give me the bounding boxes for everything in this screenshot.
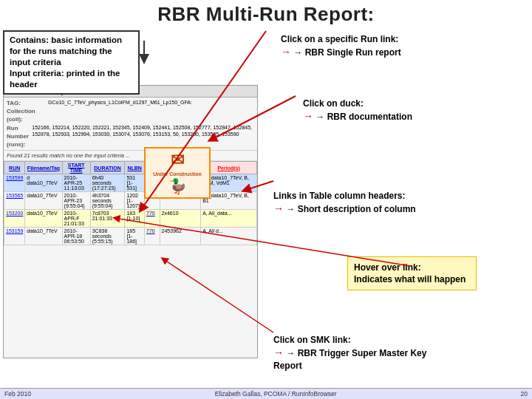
events-cell: 2453962 (160, 228, 201, 245)
coma-table: RUN Filename/Tag START TIME DURATION NLB… (4, 161, 257, 245)
callout-run-arrow-text: → RBR Single Run report (293, 47, 400, 58)
start-cell: 2010-APR-1806:53:50 (62, 228, 90, 245)
callout-duck: Click on duck: → → RBR documentation (303, 98, 451, 123)
tag-cell: data10_7TeV (25, 192, 62, 210)
callout-run: Click on a specific Run link: → → RBR Si… (281, 33, 429, 59)
callout-duck-text: Click on duck: (303, 98, 364, 109)
callout-run-text: Click on a specific Run link: (281, 34, 398, 44)
collection-label: Collection (coll): (7, 107, 45, 123)
tag-cell: data10_7TeV (25, 210, 62, 228)
start-cell: 2010-APR-2511:13:03 (62, 174, 90, 192)
table-row: 153159 data10_7TeV 2010-APR-1806:53:50 3… (4, 228, 257, 245)
start-cell: 2010-APR-23(9:55:04) (62, 192, 90, 210)
nlbn-cell: 1202[1-1207] (125, 192, 145, 210)
arrow-run: → (281, 46, 291, 58)
main-content: Contains: basic information for the runs… (0, 27, 532, 389)
col-run[interactable]: RUN (4, 162, 25, 174)
events-cell: 2x4610 (160, 210, 201, 228)
dur-cell: 4h3704 seconds(9:55:04) (90, 192, 125, 210)
run-value: 152166, 152214, 152220, 152221, 152345, … (32, 124, 254, 149)
callout-links-text: Links in Table column headers: (273, 191, 405, 201)
period-cell: A, All d... (201, 228, 257, 245)
period-cell: A, All_data... (201, 210, 257, 228)
run-link-153200[interactable]: 153200 (6, 211, 23, 216)
run-link-153599[interactable]: 153599 (6, 175, 23, 180)
col-nlbn[interactable]: NLBN (125, 162, 145, 174)
callout-hover-text2: Indicates what will happen (354, 274, 466, 284)
arrow-smk: → (273, 347, 284, 358)
callout-links-arrow-text: → Short description of column (286, 204, 415, 214)
footer: Feb 2010 Elizabeth Gallas, PCOMA / RunIn… (0, 388, 532, 399)
callout-smk-text: Click on SMK link: (273, 335, 351, 345)
under-construction-label: Under Construction (153, 171, 202, 177)
result-line: Found 21 results match no one the input … (4, 151, 257, 161)
callout-smk: Click on SMK link: → → RBR Trigger Super… (273, 334, 451, 372)
col-duration[interactable]: DURATION (90, 162, 125, 174)
tag-value: GCo10_C_7TeV_physics_L1CoIFM_d1297_M61_L… (48, 99, 192, 107)
coma-report: COMA Runs Report TAG: GCo10_C_7TeV_physi… (3, 85, 258, 358)
tag-cell: d data10_7TeV (25, 174, 62, 192)
callout-duck-arrow-text: → RBR documentation (316, 112, 412, 122)
dur-cell: 6h40 seconds(17:27:23) (90, 174, 125, 192)
footer-right: 20 (521, 390, 528, 398)
footer-left: Feb 2010 (4, 390, 31, 398)
callout-hover: Hover over link: Indicates what will hap… (347, 256, 477, 290)
arrow-duck: → (303, 110, 313, 122)
footer-center: Elizabeth Gallas, PCOMA / RunInfoBrowser (215, 390, 337, 398)
col-tag[interactable]: Filename/Tag (25, 162, 62, 174)
dur-cell: 7c870321:01:33 (90, 210, 125, 228)
table-row: 153565 data10_7TeV 2010-APR-23(9:55:04) … (4, 192, 257, 210)
callout-hover-text: Hover over link: (354, 262, 421, 273)
coma-table-area: RUN Filename/Tag START TIME DURATION NLB… (4, 161, 257, 245)
table-row: 153200 data10_7TeV 2010-APR-F21:01:33 7c… (4, 210, 257, 228)
page-title: RBR Multi-Run Report: (0, 3, 532, 26)
start-cell: 2010-APR-F21:01:33 (62, 210, 90, 228)
tag-cell: data10_7TeV (25, 228, 62, 245)
left-panel: Contains: basic information for the runs… (0, 27, 273, 389)
basic-info-annotation: Contains: basic information for the runs… (3, 30, 140, 95)
duck-icon[interactable]: 🦆 (168, 177, 187, 195)
nlbn-cell: 185[1-186] (125, 228, 145, 245)
col-start[interactable]: START TIME (62, 162, 90, 174)
tag-label: TAG: (7, 99, 45, 107)
nlbn-cell: 183[1-10] (125, 210, 145, 228)
basic-info-text: Contains: basic information for the runs… (10, 35, 122, 89)
run-label: Run Number (runs): (7, 124, 29, 149)
right-panel: Click on a specific Run link: → → RBR Si… (273, 27, 532, 389)
under-construction-box: ✉ Under Construction 🦆 (144, 147, 211, 199)
page-header: RBR Multi-Run Report: (0, 0, 532, 27)
callout-links: Links in Table column headers: → → Short… (273, 190, 443, 216)
result-text: Found 21 results match no one the input … (7, 152, 130, 159)
table-row: 153599 d data10_7TeV 2010-APR-2511:13:03… (4, 174, 257, 192)
run-link-153159[interactable]: 153159 (6, 228, 23, 233)
arrow-links: → (273, 202, 284, 214)
run-link-153565[interactable]: 153565 (6, 193, 23, 198)
callout-smk-arrow-text: → RBR Trigger Super Master Key Report (273, 348, 426, 371)
smk-link-770c[interactable]: 770 (146, 228, 155, 233)
smk-link-770b[interactable]: 770 (146, 211, 155, 216)
dur-cell: 3C838 seconds(5:55:15) (90, 228, 125, 245)
construction-icon: ✉ (171, 151, 184, 170)
nlbn-cell: 531[1-531] (125, 174, 145, 192)
coma-meta: TAG: GCo10_C_7TeV_physics_L1CoIFM_d1297_… (4, 98, 257, 151)
